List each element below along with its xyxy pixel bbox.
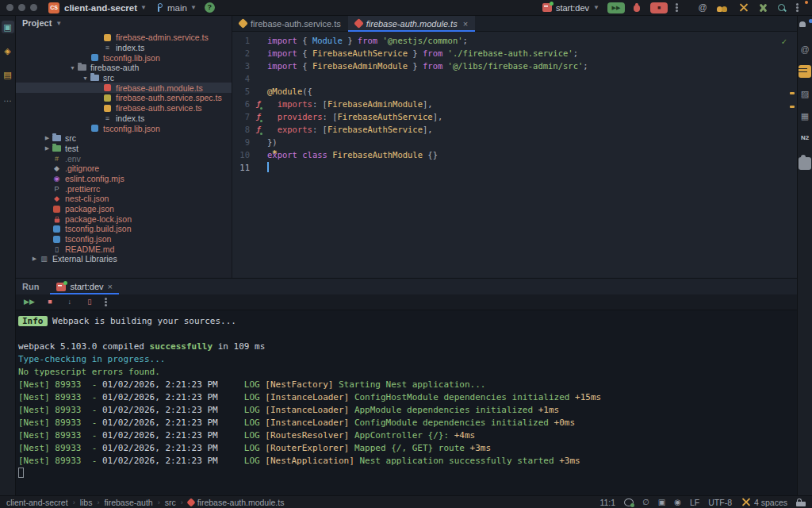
line-number[interactable]: 7 <box>232 110 250 123</box>
chevron-down-icon[interactable]: ▼ <box>68 65 77 71</box>
tree-item-package-json[interactable]: package.json <box>16 204 232 214</box>
close-window-icon[interactable] <box>6 4 13 11</box>
window-controls[interactable] <box>6 4 37 11</box>
file-encoding[interactable]: UTF-8 <box>708 498 732 507</box>
close-icon[interactable]: × <box>463 19 468 29</box>
tree-item-nest-cli-json[interactable]: ◆nest-cli.json <box>16 194 232 204</box>
line-number[interactable]: 9 <box>232 136 250 148</box>
tree-item-tsconfig-build-json[interactable]: tsconfig.build.json <box>16 224 232 234</box>
editor-tab-firebase-auth-service-ts[interactable]: firebase-auth.service.ts <box>232 16 348 31</box>
ai-chat-icon[interactable]: @ <box>799 43 811 56</box>
cloud-tool-icon[interactable] <box>799 157 811 170</box>
project-widget[interactable]: CS client-and-secret ▼ <box>48 2 155 13</box>
tree-item-tsconfig-lib-json[interactable]: tsconfig.lib.json <box>16 52 232 63</box>
di-provider-gutter-icon[interactable]: ƒ <box>256 98 260 110</box>
branch-widget[interactable]: main ▼ <box>155 3 205 13</box>
database-icon[interactable] <box>799 65 811 78</box>
breadcrumb-firebase-auth[interactable]: firebase-auth <box>104 498 152 507</box>
search-everywhere-icon[interactable] <box>777 3 787 13</box>
breadcrumb-client-and-secret[interactable]: client-and-secret <box>6 498 68 507</box>
tree-item-tsconfig-lib-json[interactable]: tsconfig.lib.json <box>16 123 232 133</box>
maximize-window-icon[interactable] <box>30 4 37 11</box>
tree-item-package-lock-json[interactable]: package-lock.json <box>16 214 232 224</box>
notifications-bell-icon[interactable] <box>799 21 811 33</box>
tree-item--prettierrc[interactable]: P.prettierrc <box>16 183 232 194</box>
breadcrumb-firebase-auth-module-ts[interactable]: firebase-auth.module.ts <box>188 498 285 507</box>
run-configuration-widget[interactable]: start:dev ▼ <box>542 3 599 13</box>
ai-assistant-icon[interactable]: @ <box>698 3 707 12</box>
di-provider-gutter-icon[interactable]: ƒ <box>256 110 260 123</box>
tree-item-firebase-admin-service-ts[interactable]: firebase-admin.service.ts <box>16 33 232 43</box>
structure-tool-icon[interactable]: ▤ <box>2 68 14 81</box>
highlighting-level-icon[interactable]: ∅ <box>642 498 649 506</box>
dependencies-icon[interactable]: ▦ <box>799 110 811 122</box>
indent-config[interactable]: 4 spaces <box>741 497 787 507</box>
tree-item-tsconfig-json[interactable]: tsconfig.json <box>16 234 232 244</box>
copilot-status-icon[interactable] <box>624 498 634 506</box>
rerun-icon[interactable]: ▶▶ <box>24 298 35 306</box>
tree-item--env[interactable]: #.env <box>16 153 232 164</box>
chevron-right-icon[interactable]: ▶ <box>43 135 52 141</box>
line-number[interactable]: 4 <box>232 72 250 85</box>
stop-button[interactable]: ■ <box>650 2 668 13</box>
line-number[interactable]: 10 <box>232 148 250 161</box>
chevron-right-icon[interactable]: ▶ <box>30 256 39 262</box>
editor-tab-firebase-auth-module-ts[interactable]: firebase-auth.module.ts× <box>348 16 475 31</box>
line-number[interactable]: 3 <box>232 60 250 72</box>
help-status-icon[interactable]: ? <box>205 2 215 13</box>
resume-button[interactable]: ▶▶ <box>607 2 625 13</box>
project-panel-header[interactable]: Project ▼ <box>16 16 232 30</box>
line-number[interactable]: 5 <box>232 85 250 98</box>
readonly-lock-icon[interactable] <box>796 498 806 506</box>
line-number[interactable]: 6 <box>232 98 250 110</box>
scroll-to-end-icon[interactable]: ↓ <box>65 298 75 306</box>
tree-item-external-libraries[interactable]: ▶▥External Libraries <box>16 254 232 264</box>
settings-menu-icon[interactable] <box>796 2 806 13</box>
code-editor[interactable]: ✓ 1import { Module } from '@nestjs/commo… <box>232 32 797 278</box>
breadcrumb-libs[interactable]: libs <box>80 498 93 507</box>
tree-item-index-ts[interactable]: ≡index.ts <box>16 43 232 53</box>
tree-item--gitignore[interactable]: ◆.gitignore <box>16 164 232 174</box>
tree-item-eslint-config-mjs[interactable]: ◉eslint.config.mjs <box>16 174 232 184</box>
gutter-slot <box>250 60 267 72</box>
chevron-right-icon[interactable]: ▶ <box>43 145 52 152</box>
gear-widget-icon[interactable]: ◉ <box>674 498 681 506</box>
coverage-icon[interactable]: ▨ <box>799 87 811 100</box>
line-number[interactable]: 11 <box>232 161 250 174</box>
line-separator[interactable]: LF <box>690 498 699 507</box>
di-provider-gutter-icon[interactable]: ƒ <box>256 123 260 136</box>
services-knot-icon[interactable] <box>758 3 768 13</box>
tree-item-src[interactable]: ▼src <box>16 73 232 83</box>
kill-process-icon[interactable]: ▯ <box>85 298 94 306</box>
nx-tool-icon[interactable]: N2 <box>799 132 811 144</box>
more-options-icon[interactable] <box>105 297 114 307</box>
project-tool-icon[interactable]: ▣ <box>2 21 14 33</box>
tree-item-firebase-auth[interactable]: ▼firebase-auth <box>16 63 232 73</box>
caret-position[interactable]: 11:1 <box>599 498 615 507</box>
line-number[interactable]: 1 <box>232 34 250 47</box>
line-number[interactable]: 8 <box>232 123 250 136</box>
build-tools-icon[interactable] <box>738 2 749 13</box>
intention-sparkle-icon[interactable]: * <box>272 148 278 160</box>
tree-item-readme-md[interactable]: ▯README.md <box>16 244 232 254</box>
more-run-actions-icon[interactable] <box>676 2 685 13</box>
debug-button[interactable] <box>633 3 642 13</box>
run-tab-start-dev[interactable]: start:dev × <box>50 279 119 294</box>
tree-item-firebase-auth-service-spec-ts[interactable]: firebase-auth.service.spec.ts <box>16 93 232 103</box>
terminal-widget-icon[interactable]: ▣ <box>658 498 665 506</box>
tree-item-index-ts[interactable]: ≡index.ts <box>16 114 232 124</box>
tree-item-test[interactable]: ▶test <box>16 144 232 154</box>
code-with-me-icon[interactable] <box>717 3 729 12</box>
more-tool-windows-icon[interactable]: … <box>2 92 14 105</box>
line-number[interactable]: 2 <box>232 47 250 60</box>
minimize-window-icon[interactable] <box>18 4 25 11</box>
breadcrumb-src[interactable]: src <box>165 498 176 507</box>
run-console[interactable]: Info Webpack is building your sources...… <box>16 310 797 495</box>
close-icon[interactable]: × <box>108 282 113 291</box>
stop-icon[interactable]: ■ <box>45 298 55 306</box>
tree-item-src[interactable]: ▶src <box>16 133 232 144</box>
chevron-down-icon[interactable]: ▼ <box>81 75 90 81</box>
tree-item-firebase-auth-module-ts[interactable]: firebase-auth.module.ts <box>16 83 232 93</box>
tree-item-firebase-auth-service-ts[interactable]: firebase-auth.service.ts <box>16 103 232 114</box>
commit-tool-icon[interactable]: ◈ <box>2 44 14 57</box>
